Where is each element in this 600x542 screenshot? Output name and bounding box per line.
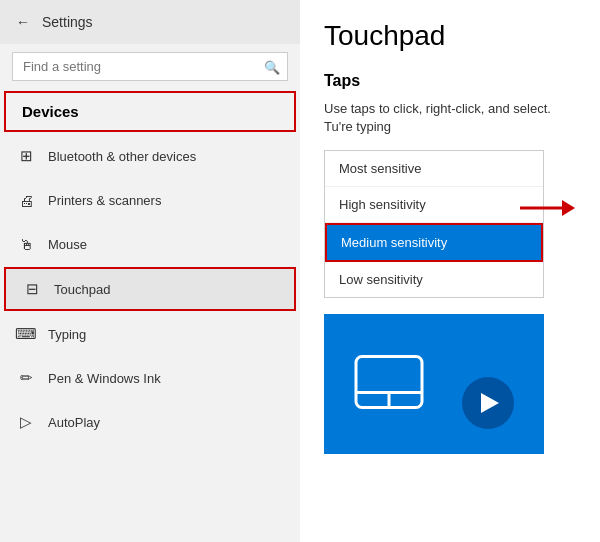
- play-button[interactable]: [462, 377, 514, 429]
- sidebar-item-mouse-label: Mouse: [48, 237, 87, 252]
- content-panel: Touchpad Taps Use taps to click, right-c…: [300, 0, 600, 542]
- search-input[interactable]: [12, 52, 288, 81]
- devices-section-label[interactable]: Devices: [4, 91, 296, 132]
- printers-icon: 🖨: [16, 190, 36, 210]
- page-title: Touchpad: [324, 20, 576, 52]
- autoplay-icon: ▷: [16, 412, 36, 432]
- settings-title: Settings: [42, 14, 93, 30]
- sidebar-item-touchpad[interactable]: ⊟ Touchpad: [4, 267, 296, 311]
- sidebar-item-autoplay[interactable]: ▷ AutoPlay: [0, 400, 300, 444]
- sidebar-item-typing-label: Typing: [48, 327, 86, 342]
- sidebar-header: ← Settings: [0, 0, 300, 44]
- search-box: 🔍: [12, 52, 288, 81]
- sidebar-item-printers[interactable]: 🖨 Printers & scanners: [0, 178, 300, 222]
- play-icon: [481, 393, 499, 413]
- sidebar-item-typing[interactable]: ⌨ Typing: [0, 312, 300, 356]
- option-medium-sensitivity[interactable]: Medium sensitivity: [325, 223, 543, 262]
- sensitivity-dropdown[interactable]: Most sensitive High sensitivity Medium s…: [324, 150, 544, 298]
- sidebar-item-printers-label: Printers & scanners: [48, 193, 161, 208]
- sidebar-item-autoplay-label: AutoPlay: [48, 415, 100, 430]
- back-button[interactable]: ←: [16, 14, 30, 30]
- option-low-sensitivity[interactable]: Low sensitivity: [325, 262, 543, 297]
- sidebar-item-touchpad-label: Touchpad: [54, 282, 110, 297]
- sidebar-item-mouse[interactable]: 🖱 Mouse: [0, 222, 300, 266]
- option-most-sensitive[interactable]: Most sensitive: [325, 151, 543, 187]
- sidebar-item-bluetooth-label: Bluetooth & other devices: [48, 149, 196, 164]
- sidebar-item-bluetooth[interactable]: ⊞ Bluetooth & other devices: [0, 134, 300, 178]
- sidebar-item-pen-label: Pen & Windows Ink: [48, 371, 161, 386]
- sidebar-item-pen[interactable]: ✏ Pen & Windows Ink: [0, 356, 300, 400]
- mouse-icon: 🖱: [16, 234, 36, 254]
- typing-icon: ⌨: [16, 324, 36, 344]
- search-icon: 🔍: [264, 59, 280, 74]
- dropdown-list: Most sensitive High sensitivity Medium s…: [324, 150, 544, 298]
- svg-marker-1: [562, 200, 575, 216]
- video-thumbnail[interactable]: [324, 314, 544, 454]
- pen-icon: ✏: [16, 368, 36, 388]
- taps-description: Use taps to click, right-click, and sele…: [324, 100, 576, 136]
- sidebar: ← Settings 🔍 Devices ⊞ Bluetooth & other…: [0, 0, 300, 542]
- bluetooth-icon: ⊞: [16, 146, 36, 166]
- section-title: Taps: [324, 72, 576, 90]
- option-high-sensitivity[interactable]: High sensitivity: [325, 187, 543, 223]
- touchpad-nav-icon: ⊟: [22, 279, 42, 299]
- touchpad-graphic: [354, 355, 424, 414]
